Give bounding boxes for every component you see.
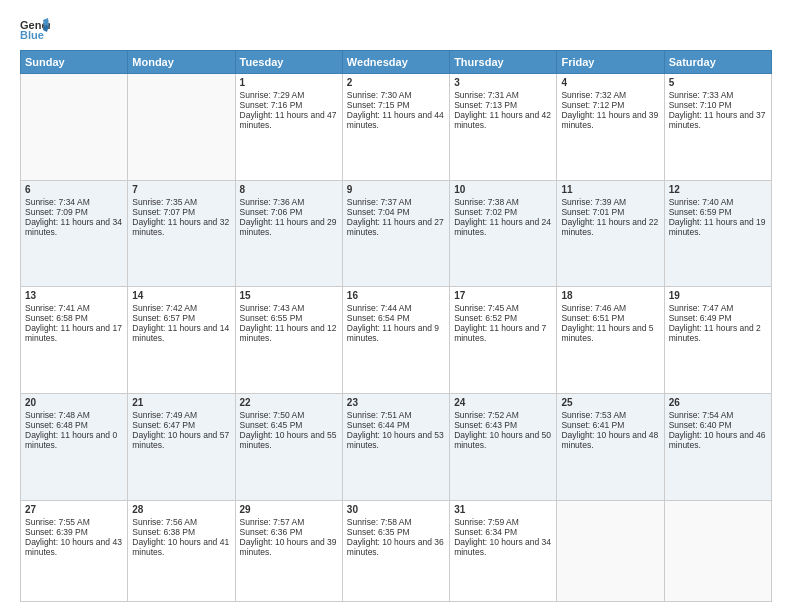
daylight-text: Daylight: 10 hours and 46 minutes.: [669, 430, 767, 450]
calendar-cell: 5Sunrise: 7:33 AMSunset: 7:10 PMDaylight…: [664, 74, 771, 181]
sunset-text: Sunset: 6:59 PM: [669, 207, 767, 217]
daylight-text: Daylight: 11 hours and 12 minutes.: [240, 323, 338, 343]
calendar-cell: 15Sunrise: 7:43 AMSunset: 6:55 PMDayligh…: [235, 287, 342, 394]
sunset-text: Sunset: 6:47 PM: [132, 420, 230, 430]
sunrise-text: Sunrise: 7:31 AM: [454, 90, 552, 100]
daylight-text: Daylight: 11 hours and 34 minutes.: [25, 217, 123, 237]
day-number: 31: [454, 504, 552, 515]
sunset-text: Sunset: 7:06 PM: [240, 207, 338, 217]
sunrise-text: Sunrise: 7:52 AM: [454, 410, 552, 420]
day-number: 30: [347, 504, 445, 515]
calendar-cell: [128, 74, 235, 181]
daylight-text: Daylight: 10 hours and 43 minutes.: [25, 537, 123, 557]
sunset-text: Sunset: 6:57 PM: [132, 313, 230, 323]
sunset-text: Sunset: 6:40 PM: [669, 420, 767, 430]
daylight-text: Daylight: 10 hours and 57 minutes.: [132, 430, 230, 450]
daylight-text: Daylight: 11 hours and 32 minutes.: [132, 217, 230, 237]
weekday-header: Friday: [557, 51, 664, 74]
day-number: 17: [454, 290, 552, 301]
sunrise-text: Sunrise: 7:42 AM: [132, 303, 230, 313]
calendar-cell: [664, 500, 771, 602]
sunset-text: Sunset: 6:58 PM: [25, 313, 123, 323]
sunset-text: Sunset: 6:43 PM: [454, 420, 552, 430]
calendar-cell: 14Sunrise: 7:42 AMSunset: 6:57 PMDayligh…: [128, 287, 235, 394]
day-number: 27: [25, 504, 123, 515]
sunrise-text: Sunrise: 7:46 AM: [561, 303, 659, 313]
sunset-text: Sunset: 7:12 PM: [561, 100, 659, 110]
day-number: 29: [240, 504, 338, 515]
calendar-cell: 11Sunrise: 7:39 AMSunset: 7:01 PMDayligh…: [557, 180, 664, 287]
day-number: 1: [240, 77, 338, 88]
sunset-text: Sunset: 7:15 PM: [347, 100, 445, 110]
calendar-cell: 31Sunrise: 7:59 AMSunset: 6:34 PMDayligh…: [450, 500, 557, 602]
sunrise-text: Sunrise: 7:37 AM: [347, 197, 445, 207]
sunrise-text: Sunrise: 7:58 AM: [347, 517, 445, 527]
sunrise-text: Sunrise: 7:44 AM: [347, 303, 445, 313]
weekday-header: Saturday: [664, 51, 771, 74]
calendar-cell: 6Sunrise: 7:34 AMSunset: 7:09 PMDaylight…: [21, 180, 128, 287]
calendar-cell: 26Sunrise: 7:54 AMSunset: 6:40 PMDayligh…: [664, 393, 771, 500]
day-number: 23: [347, 397, 445, 408]
daylight-text: Daylight: 11 hours and 39 minutes.: [561, 110, 659, 130]
daylight-text: Daylight: 11 hours and 0 minutes.: [25, 430, 123, 450]
sunrise-text: Sunrise: 7:32 AM: [561, 90, 659, 100]
calendar-cell: 7Sunrise: 7:35 AMSunset: 7:07 PMDaylight…: [128, 180, 235, 287]
sunset-text: Sunset: 6:45 PM: [240, 420, 338, 430]
calendar-cell: 2Sunrise: 7:30 AMSunset: 7:15 PMDaylight…: [342, 74, 449, 181]
daylight-text: Daylight: 11 hours and 2 minutes.: [669, 323, 767, 343]
sunset-text: Sunset: 6:48 PM: [25, 420, 123, 430]
calendar-cell: 10Sunrise: 7:38 AMSunset: 7:02 PMDayligh…: [450, 180, 557, 287]
day-number: 13: [25, 290, 123, 301]
sunrise-text: Sunrise: 7:39 AM: [561, 197, 659, 207]
weekday-header: Tuesday: [235, 51, 342, 74]
day-number: 16: [347, 290, 445, 301]
logo: General Blue: [20, 18, 50, 40]
sunset-text: Sunset: 7:02 PM: [454, 207, 552, 217]
sunset-text: Sunset: 7:04 PM: [347, 207, 445, 217]
daylight-text: Daylight: 11 hours and 7 minutes.: [454, 323, 552, 343]
daylight-text: Daylight: 11 hours and 9 minutes.: [347, 323, 445, 343]
day-number: 11: [561, 184, 659, 195]
weekday-header: Wednesday: [342, 51, 449, 74]
sunrise-text: Sunrise: 7:38 AM: [454, 197, 552, 207]
daylight-text: Daylight: 11 hours and 27 minutes.: [347, 217, 445, 237]
sunset-text: Sunset: 6:54 PM: [347, 313, 445, 323]
sunrise-text: Sunrise: 7:56 AM: [132, 517, 230, 527]
daylight-text: Daylight: 11 hours and 14 minutes.: [132, 323, 230, 343]
sunset-text: Sunset: 6:35 PM: [347, 527, 445, 537]
sunrise-text: Sunrise: 7:50 AM: [240, 410, 338, 420]
daylight-text: Daylight: 10 hours and 36 minutes.: [347, 537, 445, 557]
weekday-header: Sunday: [21, 51, 128, 74]
day-number: 10: [454, 184, 552, 195]
calendar-cell: 1Sunrise: 7:29 AMSunset: 7:16 PMDaylight…: [235, 74, 342, 181]
calendar-cell: 18Sunrise: 7:46 AMSunset: 6:51 PMDayligh…: [557, 287, 664, 394]
daylight-text: Daylight: 10 hours and 55 minutes.: [240, 430, 338, 450]
day-number: 28: [132, 504, 230, 515]
calendar-cell: 22Sunrise: 7:50 AMSunset: 6:45 PMDayligh…: [235, 393, 342, 500]
sunrise-text: Sunrise: 7:43 AM: [240, 303, 338, 313]
calendar-cell: 27Sunrise: 7:55 AMSunset: 6:39 PMDayligh…: [21, 500, 128, 602]
calendar-cell: 21Sunrise: 7:49 AMSunset: 6:47 PMDayligh…: [128, 393, 235, 500]
day-number: 26: [669, 397, 767, 408]
daylight-text: Daylight: 10 hours and 39 minutes.: [240, 537, 338, 557]
daylight-text: Daylight: 10 hours and 48 minutes.: [561, 430, 659, 450]
day-number: 25: [561, 397, 659, 408]
calendar-cell: 12Sunrise: 7:40 AMSunset: 6:59 PMDayligh…: [664, 180, 771, 287]
sunset-text: Sunset: 6:36 PM: [240, 527, 338, 537]
sunset-text: Sunset: 7:10 PM: [669, 100, 767, 110]
calendar-cell: 9Sunrise: 7:37 AMSunset: 7:04 PMDaylight…: [342, 180, 449, 287]
sunrise-text: Sunrise: 7:45 AM: [454, 303, 552, 313]
sunset-text: Sunset: 6:39 PM: [25, 527, 123, 537]
day-number: 8: [240, 184, 338, 195]
day-number: 15: [240, 290, 338, 301]
sunrise-text: Sunrise: 7:29 AM: [240, 90, 338, 100]
sunrise-text: Sunrise: 7:49 AM: [132, 410, 230, 420]
daylight-text: Daylight: 11 hours and 17 minutes.: [25, 323, 123, 343]
calendar-cell: 28Sunrise: 7:56 AMSunset: 6:38 PMDayligh…: [128, 500, 235, 602]
sunrise-text: Sunrise: 7:57 AM: [240, 517, 338, 527]
daylight-text: Daylight: 10 hours and 34 minutes.: [454, 537, 552, 557]
sunset-text: Sunset: 6:51 PM: [561, 313, 659, 323]
calendar-cell: 25Sunrise: 7:53 AMSunset: 6:41 PMDayligh…: [557, 393, 664, 500]
sunset-text: Sunset: 7:16 PM: [240, 100, 338, 110]
sunset-text: Sunset: 6:49 PM: [669, 313, 767, 323]
